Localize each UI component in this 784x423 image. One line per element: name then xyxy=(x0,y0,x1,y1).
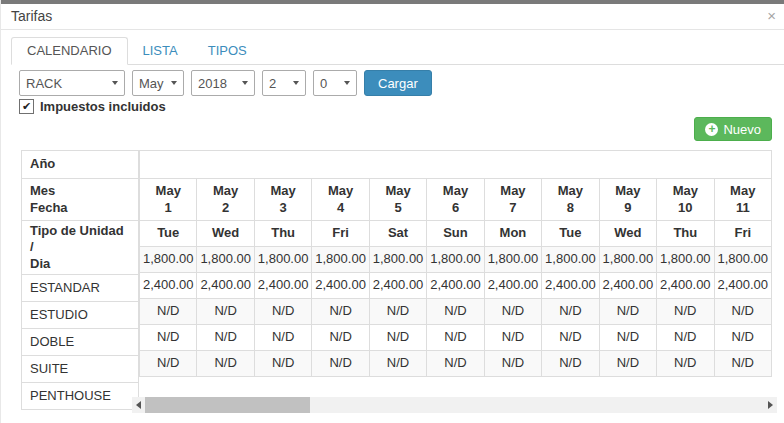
scroll-right-arrow-icon[interactable] xyxy=(768,401,773,409)
scroll-left-arrow-icon[interactable] xyxy=(136,401,141,409)
rate-cell: 1,800.00 xyxy=(427,247,484,273)
tab-tipos[interactable]: TIPOS xyxy=(193,38,262,64)
rate-plan-select-value: RACK xyxy=(26,76,62,91)
rate-cell: N/D xyxy=(140,351,197,377)
rate-cell: 1,800.00 xyxy=(254,247,311,273)
rate-cell: N/D xyxy=(484,351,541,377)
rate-cell: N/D xyxy=(484,299,541,325)
chevron-down-icon xyxy=(112,81,118,85)
rate-cell: N/D xyxy=(427,325,484,351)
tab-lista[interactable]: LISTA xyxy=(128,38,193,64)
date-column-header: May3 xyxy=(254,179,311,221)
date-column-header: May9 xyxy=(599,179,656,221)
cargar-button[interactable]: Cargar xyxy=(364,70,432,96)
scrollbar-thumb[interactable] xyxy=(145,397,310,413)
rate-cell: 2,400.00 xyxy=(427,273,484,299)
nuevo-button[interactable]: + Nuevo xyxy=(694,117,772,141)
rate-cell: 1,800.00 xyxy=(714,247,771,273)
rate-cell: N/D xyxy=(714,325,771,351)
rate-cell: 1,800.00 xyxy=(140,247,197,273)
rate-cell: N/D xyxy=(657,299,714,325)
rate-cell: 2,400.00 xyxy=(542,273,599,299)
rate-plan-select[interactable]: RACK xyxy=(19,70,125,96)
rate-cell: 2,400.00 xyxy=(197,273,254,299)
date-column-header: May11 xyxy=(714,179,771,221)
numeric-select-2-value: 0 xyxy=(320,76,327,91)
month-select[interactable]: May xyxy=(132,70,184,96)
rate-cell: 2,400.00 xyxy=(140,273,197,299)
weekday-header: Tue xyxy=(542,221,599,247)
close-icon[interactable]: × xyxy=(767,7,776,25)
rate-cell: N/D xyxy=(369,299,426,325)
year-row-header: Año xyxy=(22,151,139,179)
rate-cell: N/D xyxy=(197,325,254,351)
horizontal-scrollbar[interactable] xyxy=(132,397,777,413)
rate-cell: 2,400.00 xyxy=(714,273,771,299)
rate-cell: N/D xyxy=(312,325,369,351)
rate-cell: N/D xyxy=(369,325,426,351)
rate-cell: N/D xyxy=(599,351,656,377)
numeric-select-1[interactable]: 2 xyxy=(262,70,306,96)
weekday-header: Wed xyxy=(599,221,656,247)
month-date-row-header: MesFecha xyxy=(22,179,139,221)
date-column-header: May1 xyxy=(140,179,197,221)
chevron-down-icon xyxy=(344,81,350,85)
rate-cell: N/D xyxy=(542,351,599,377)
taxes-checkbox-row: ✔ Impuestos incluidos xyxy=(19,99,166,114)
weekday-header: Thu xyxy=(657,221,714,247)
rate-cell: 2,400.00 xyxy=(312,273,369,299)
plus-circle-icon: + xyxy=(705,123,718,136)
tab-bar: CALENDARIO LISTA TIPOS xyxy=(11,37,784,65)
date-column-header: May7 xyxy=(484,179,541,221)
rate-cell: N/D xyxy=(599,325,656,351)
rate-cell: 1,800.00 xyxy=(484,247,541,273)
rate-cell: 2,400.00 xyxy=(254,273,311,299)
rate-cell: N/D xyxy=(312,299,369,325)
unit-type-label: ESTUDIO xyxy=(22,301,139,328)
rate-cell: 1,800.00 xyxy=(312,247,369,273)
fixed-column-table: AñoMesFechaTipo de Unidad /DiaESTANDARES… xyxy=(21,150,139,410)
window-titlebar: Tarifas × xyxy=(1,4,784,30)
weekday-header: Fri xyxy=(312,221,369,247)
rate-cell: N/D xyxy=(197,351,254,377)
tarifas-window: Tarifas × CALENDARIO LISTA TIPOS RACK Ma… xyxy=(0,0,784,423)
date-column-header: May5 xyxy=(369,179,426,221)
rate-cell: N/D xyxy=(714,299,771,325)
rate-cell: N/D xyxy=(542,325,599,351)
rate-cell: N/D xyxy=(254,299,311,325)
rate-cell: N/D xyxy=(484,325,541,351)
nuevo-button-label: Nuevo xyxy=(723,122,761,137)
rate-cell: 1,800.00 xyxy=(599,247,656,273)
rate-cell: N/D xyxy=(657,325,714,351)
rate-cell: N/D xyxy=(427,351,484,377)
taxes-checkbox[interactable]: ✔ xyxy=(19,99,34,114)
tab-calendario[interactable]: CALENDARIO xyxy=(11,37,128,65)
chevron-down-icon xyxy=(171,81,177,85)
weekday-header: Thu xyxy=(254,221,311,247)
rate-cell: 1,800.00 xyxy=(197,247,254,273)
window-title: Tarifas xyxy=(11,8,52,24)
weekday-header: Fri xyxy=(714,221,771,247)
rate-cell: N/D xyxy=(599,299,656,325)
rate-cell: N/D xyxy=(714,351,771,377)
rate-cell: N/D xyxy=(657,351,714,377)
numeric-select-2[interactable]: 0 xyxy=(313,70,357,96)
unit-type-label: PENTHOUSE xyxy=(22,382,139,409)
unit-type-label: SUITE xyxy=(22,355,139,382)
year-select[interactable]: 2018 xyxy=(191,70,255,96)
rates-calendar-table: May1May2May3May4May5May6May7May8May9May1… xyxy=(139,150,772,377)
rate-cell: N/D xyxy=(140,299,197,325)
date-column-header: May10 xyxy=(657,179,714,221)
weekday-header: Sat xyxy=(369,221,426,247)
year-select-value: 2018 xyxy=(198,76,227,91)
date-column-header: May6 xyxy=(427,179,484,221)
numeric-select-1-value: 2 xyxy=(269,76,276,91)
rate-cell: N/D xyxy=(140,325,197,351)
unit-type-label: DOBLE xyxy=(22,328,139,355)
empty-year-cell xyxy=(140,151,772,179)
date-column-header: May8 xyxy=(542,179,599,221)
weekday-header: Tue xyxy=(140,221,197,247)
unit-type-label: ESTANDAR xyxy=(22,274,139,301)
rate-cell: N/D xyxy=(254,325,311,351)
rate-cell: N/D xyxy=(427,299,484,325)
